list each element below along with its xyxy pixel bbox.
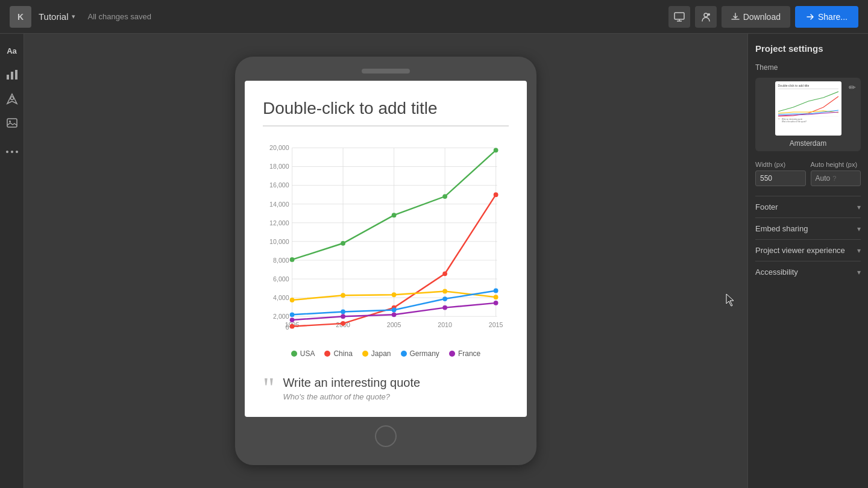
svg-point-49	[442, 194, 447, 199]
download-label: Download	[743, 12, 781, 22]
sidebar-icon-chart[interactable]	[2, 65, 22, 84]
svg-rect-10	[7, 119, 17, 127]
chart-container: 20,000 18,000 16,000 14,000 12,000 10,00…	[263, 136, 509, 337]
svg-marker-8	[7, 94, 17, 104]
slide-canvas[interactable]: Double-click to add title	[245, 81, 527, 417]
dimension-row: Width (px) Auto height (px) Auto ?	[755, 161, 861, 186]
chart-legend: USA China Japan Germany	[263, 349, 509, 358]
svg-rect-6	[11, 72, 13, 80]
topbar-actions: Download Share...	[668, 6, 858, 28]
legend-japan: Japan	[362, 349, 391, 358]
height-field: Auto height (px) Auto ?	[811, 161, 861, 186]
svg-point-55	[494, 192, 498, 197]
svg-point-67	[341, 314, 345, 319]
svg-point-54	[442, 271, 447, 276]
width-input[interactable]	[755, 170, 806, 186]
quote-section[interactable]: " Write an interesting quote Who's the a…	[263, 370, 509, 402]
sidebar-icon-text[interactable]: Aa	[2, 41, 22, 60]
topbar: K Tutorial ▾ All changes saved	[0, 0, 868, 34]
accordion-accessibility-label: Accessibility	[755, 267, 798, 277]
accordion-footer-chevron-icon: ▾	[857, 203, 861, 211]
svg-text:10,000: 10,000	[269, 238, 289, 245]
svg-text:2015: 2015	[489, 321, 503, 328]
accordion: Footer ▾ Embed sharing ▾ Project viewer …	[755, 196, 861, 283]
project-title-text: Tutorial	[39, 11, 68, 22]
svg-point-59	[442, 289, 447, 293]
legend-china-label: China	[333, 349, 352, 358]
quote-mark-icon: "	[263, 374, 275, 402]
svg-rect-5	[7, 75, 9, 80]
quote-content: Write an interesting quote Who's the aut…	[283, 376, 421, 401]
svg-rect-0	[675, 13, 684, 19]
download-button[interactable]: Download	[722, 6, 790, 28]
legend-germany-label: Germany	[410, 349, 439, 358]
quote-author[interactable]: Who's the author of the quote?	[283, 392, 421, 401]
height-auto: Auto ?	[811, 170, 861, 186]
accordion-accessibility-chevron-icon: ▾	[857, 268, 861, 277]
svg-text:8,000: 8,000	[273, 257, 289, 264]
svg-point-48	[392, 213, 397, 217]
svg-point-56	[290, 298, 295, 302]
slide-title[interactable]: Double-click to add title	[263, 99, 509, 127]
svg-point-12	[6, 151, 8, 153]
legend-france: France	[449, 349, 480, 358]
svg-point-69	[442, 305, 447, 310]
height-auto-text: Auto	[816, 174, 831, 183]
svg-point-51	[290, 324, 295, 329]
svg-text:2010: 2010	[438, 321, 452, 328]
svg-point-3	[704, 13, 708, 17]
svg-point-65	[494, 288, 498, 293]
svg-point-50	[494, 148, 498, 152]
accordion-accessibility[interactable]: Accessibility ▾	[755, 261, 861, 283]
svg-point-47	[341, 241, 345, 246]
quote-text[interactable]: Write an interesting quote	[283, 376, 421, 390]
svg-text:4,000: 4,000	[273, 294, 289, 301]
svg-text:14,000: 14,000	[269, 200, 289, 207]
legend-germany: Germany	[401, 349, 439, 358]
svg-point-63	[392, 307, 397, 312]
svg-rect-7	[15, 70, 17, 80]
canvas-area[interactable]: Double-click to add title	[24, 34, 747, 488]
svg-point-68	[392, 312, 397, 317]
theme-edit-button[interactable]: ✏	[849, 83, 856, 92]
legend-france-label: France	[458, 349, 480, 358]
accordion-footer[interactable]: Footer ▾	[755, 196, 861, 217]
app-logo: K	[10, 6, 31, 28]
svg-point-61	[290, 312, 295, 317]
theme-label: Theme	[755, 63, 861, 72]
svg-text:20,000: 20,000	[269, 144, 289, 151]
theme-card: ✏ Double-click to add title	[755, 78, 861, 151]
svg-point-62	[341, 309, 345, 314]
width-label: Width (px)	[755, 161, 806, 168]
svg-text:2,000: 2,000	[273, 313, 289, 320]
sidebar-icon-more[interactable]	[2, 142, 22, 161]
svg-point-64	[442, 296, 447, 301]
project-title[interactable]: Tutorial ▾	[39, 11, 75, 22]
svg-point-70	[494, 301, 498, 305]
device-home-button	[375, 425, 397, 447]
svg-point-9	[10, 97, 13, 100]
theme-preview: Double-click to add title	[775, 81, 841, 136]
legend-usa-label: USA	[300, 349, 315, 358]
accordion-embed-sharing[interactable]: Embed sharing ▾	[755, 217, 861, 239]
legend-japan-label: Japan	[371, 349, 391, 358]
legend-usa: USA	[291, 349, 315, 358]
svg-point-58	[392, 292, 397, 297]
accordion-embed-chevron-icon: ▾	[857, 225, 861, 233]
device-notch	[362, 69, 410, 74]
collaborate-button[interactable]	[695, 6, 717, 28]
right-sidebar: Project settings Theme ✏ Double-click to…	[747, 34, 868, 488]
sidebar-icon-map[interactable]	[2, 89, 22, 108]
accordion-footer-label: Footer	[755, 202, 778, 211]
sidebar-icon-image[interactable]	[2, 113, 22, 133]
line-chart: 20,000 18,000 16,000 14,000 12,000 10,00…	[263, 136, 509, 335]
save-status: All changes saved	[87, 12, 151, 21]
accordion-project-viewer[interactable]: Project viewer experience ▾	[755, 239, 861, 261]
main-layout: Aa	[0, 34, 868, 488]
left-sidebar: Aa	[0, 34, 24, 488]
share-button[interactable]: Share...	[795, 6, 858, 28]
svg-point-52	[341, 321, 345, 326]
height-help-icon: ?	[832, 175, 836, 182]
present-button[interactable]	[668, 6, 690, 28]
cursor	[725, 293, 737, 310]
